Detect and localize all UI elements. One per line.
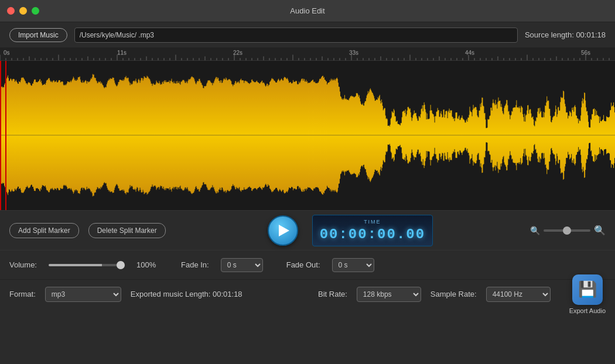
zoom-out-icon[interactable]: 🔍 xyxy=(530,226,540,235)
timeline-ruler xyxy=(0,48,615,61)
format-label: Format: xyxy=(9,290,36,298)
window-title: Audio Edit xyxy=(290,6,324,15)
format-row: Format: mp3wavaac Exported music Length:… xyxy=(0,279,615,308)
format-select[interactable]: mp3wavaac xyxy=(45,287,121,302)
zoom-slider[interactable] xyxy=(544,229,590,232)
time-digits: 00:00:00.00 xyxy=(320,226,425,242)
floppy-icon: 💾 xyxy=(578,280,597,298)
topbar: Import Music Source length: 00:01:18 xyxy=(0,22,615,48)
export-audio-button[interactable]: 💾 Export Audio xyxy=(569,274,606,314)
time-label: TIME xyxy=(364,219,381,225)
sample-rate-label: Sample Rate: xyxy=(430,290,477,298)
bit-rate-label: Bit Rate: xyxy=(318,290,347,298)
titlebar: Audio Edit xyxy=(0,0,615,22)
bit-rate-select[interactable]: 128 kbps192 kbps320 kbps xyxy=(357,287,421,302)
volume-value: 100% xyxy=(136,260,158,269)
sample-rate-select[interactable]: 44100 Hz22050 Hz48000 Hz xyxy=(486,287,551,302)
fade-out-label: Fade Out: xyxy=(286,260,320,269)
import-music-button[interactable]: Import Music xyxy=(9,28,67,42)
maximize-button[interactable] xyxy=(32,7,39,15)
delete-split-marker-button[interactable]: Delete Split Marker xyxy=(88,223,166,238)
controls-bar: Add Split Marker Delete Split Marker TIM… xyxy=(0,210,615,250)
params-row: Volume: 100% Fade In: 0 s1 s2 s3 s Fade … xyxy=(0,250,615,279)
play-button[interactable] xyxy=(268,215,298,246)
file-path-input[interactable] xyxy=(74,28,518,43)
zoom-in-icon[interactable]: 🔍 xyxy=(594,225,606,236)
play-icon xyxy=(279,225,289,236)
time-display: TIME 00:00:00.00 xyxy=(312,215,433,246)
exported-length-label: Exported music Length: 00:01:18 xyxy=(131,290,242,298)
source-length: Source length: 00:01:18 xyxy=(525,30,606,39)
window-controls[interactable] xyxy=(7,7,39,15)
volume-label: Volume: xyxy=(9,260,37,269)
export-icon: 💾 xyxy=(572,274,603,305)
fade-in-label: Fade In: xyxy=(181,260,209,269)
minimize-button[interactable] xyxy=(19,7,27,15)
export-label: Export Audio xyxy=(569,307,606,314)
close-button[interactable] xyxy=(7,7,15,15)
zoom-controls: 🔍 🔍 xyxy=(530,225,606,236)
fade-in-select[interactable]: 0 s1 s2 s3 s xyxy=(221,258,263,272)
volume-slider[interactable] xyxy=(49,264,125,266)
waveform-canvas xyxy=(1,61,615,210)
waveform-container[interactable] xyxy=(0,61,615,210)
ruler-canvas xyxy=(0,48,615,60)
fade-out-select[interactable]: 0 s1 s2 s3 s xyxy=(332,258,374,272)
add-split-marker-button[interactable]: Add Split Marker xyxy=(9,223,79,238)
